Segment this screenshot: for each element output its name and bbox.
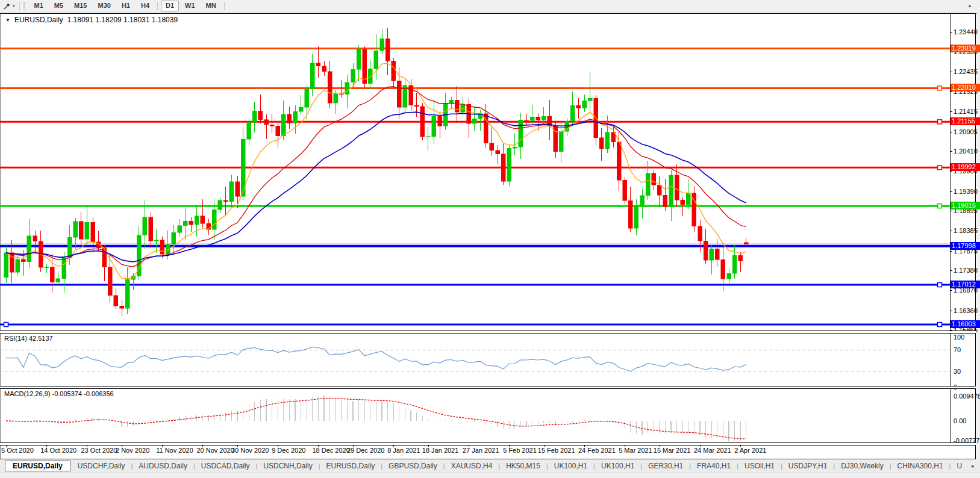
- hline-price-label: 1.22010: [950, 84, 980, 92]
- date-axis-label: 5 Oct 2020: [1, 447, 34, 454]
- price-axis-tickmark: [950, 32, 952, 33]
- macd-label: MACD(12,26,9) -0.005374 -0.006356: [4, 390, 114, 397]
- price-axis-tick-label: 1.20905: [953, 128, 978, 135]
- tab-scroll-right-icon[interactable]: ►: [978, 464, 980, 469]
- chart-title-ohlc: 1.18091 1.18209 1.18031 1.18039: [67, 16, 178, 24]
- cursor-tool-icon[interactable]: [3, 2, 11, 10]
- chart-tab-ger30-h1[interactable]: GER30,H1: [643, 461, 688, 471]
- date-axis-label: 8 Jan 2021: [387, 447, 420, 454]
- tab-separator: |: [381, 462, 382, 470]
- chart-title-symbol: EURUSD,Daily: [14, 16, 63, 24]
- chart-tab-eurusd-daily[interactable]: EURUSD,Daily: [5, 461, 70, 471]
- hline-price-label: 1.16003: [950, 320, 980, 328]
- panel-separator[interactable]: [0, 331, 976, 334]
- toolbar-separator: [19, 2, 20, 10]
- price-axis-tickmark: [950, 311, 952, 311]
- date-axis-label: 18 Jan 2021: [422, 447, 459, 454]
- date-axis-label: 24 Feb 2021: [578, 447, 616, 454]
- chart-menu-icon[interactable]: ▼: [5, 17, 10, 23]
- timeframe-button-d1[interactable]: D1: [161, 1, 179, 11]
- toolbar-overflow-icon[interactable]: ▲: [967, 3, 972, 8]
- chart-tab-usdjpy-h1[interactable]: USDJPY,H1: [784, 461, 832, 471]
- date-axis-label: 2 Nov 2020: [116, 447, 149, 454]
- price-axis-tickmark: [950, 132, 952, 132]
- date-axis-label: 27 Jan 2021: [463, 447, 499, 454]
- chart-tab-usdcad-daily[interactable]: USDCAD,Daily: [196, 461, 255, 471]
- price-axis-tickmark: [950, 171, 952, 172]
- chart-border-bottom: [0, 459, 976, 459]
- chart-tab-china300-h1[interactable]: CHINA300,H1: [893, 461, 948, 471]
- tab-separator: |: [949, 462, 951, 470]
- panel-separator: [0, 442, 976, 445]
- tab-separator: |: [833, 462, 835, 470]
- price-axis-line: [950, 13, 950, 445]
- price-axis-tick-label: 1.23440: [953, 28, 978, 36]
- timeframe-button-m15[interactable]: M15: [69, 1, 92, 11]
- timeframe-toolbar: ▾ M1M5M15M30H1H4D1W1MN ▲: [0, 0, 980, 13]
- date-axis-label: 18 Dec 2020: [312, 447, 349, 454]
- tab-separator: |: [593, 462, 595, 470]
- chart-tab-usoil-h1[interactable]: USOil,H1: [740, 461, 779, 471]
- timeframe-button-h4[interactable]: H4: [136, 1, 154, 11]
- timeframe-button-mn[interactable]: MN: [201, 1, 221, 11]
- rsi-label: RSI(14) 42.5137: [4, 335, 53, 342]
- cursor-tool-dropdown-icon[interactable]: ▾: [13, 4, 15, 8]
- tab-separator: |: [781, 462, 782, 470]
- timeframe-button-h1[interactable]: H1: [117, 1, 135, 11]
- chart-tab-hk50-m15[interactable]: HK50,M15: [501, 461, 545, 471]
- hline-price-label: 1.21155: [950, 117, 980, 125]
- chart-tab-uk100-h1[interactable]: UK100,H1: [596, 461, 639, 471]
- chart-tab-xauusd-h4[interactable]: XAUUSD,H4: [446, 461, 498, 471]
- hline-price-label: 1.17012: [950, 281, 980, 288]
- tab-separator: |: [546, 462, 548, 470]
- main-chart-canvas[interactable]: [0, 13, 950, 331]
- chart-tab-eurusd-daily[interactable]: EURUSD,Daily: [322, 461, 380, 471]
- tab-separator: |: [131, 462, 133, 470]
- date-axis-label: 30 Nov 2020: [231, 447, 269, 454]
- rsi-axis-label: 30: [953, 368, 961, 375]
- tab-separator: |: [319, 462, 320, 470]
- price-axis-tickmark: [950, 151, 952, 152]
- chart-tab-uk100-h1[interactable]: UK100,H1: [549, 461, 592, 471]
- date-axis-label: 9 Dec 2020: [272, 447, 305, 454]
- tab-separator: |: [193, 462, 195, 470]
- date-axis-label: 2 Apr 2021: [734, 447, 766, 454]
- timeframe-button-m1[interactable]: M1: [30, 1, 48, 11]
- price-axis-tick-label: 1.19390: [953, 188, 978, 195]
- rsi-panel-canvas[interactable]: [0, 333, 950, 386]
- chart-tab-gbpusd-daily[interactable]: GBPUSD,Daily: [384, 461, 442, 471]
- price-axis-tick-label: 1.20410: [953, 147, 978, 155]
- price-axis-tick-label: 1.21415: [953, 108, 978, 115]
- status-bar: [0, 472, 980, 478]
- chart-tab-u[interactable]: U: [952, 461, 967, 471]
- tab-separator: |: [443, 462, 445, 470]
- chart-tab-dj30-weekly[interactable]: DJ30,Weekly: [836, 461, 888, 471]
- hline-price-label: 1.23019: [950, 45, 980, 52]
- tab-separator: |: [640, 462, 642, 470]
- panel-separator[interactable]: [0, 386, 976, 389]
- timeframe-button-m30[interactable]: M30: [93, 1, 115, 11]
- date-axis-label: 14 Oct 2020: [40, 447, 76, 454]
- date-axis-label: 23 Oct 2020: [81, 447, 117, 454]
- price-axis-tickmark: [950, 111, 952, 112]
- price-axis-tickmark: [950, 72, 952, 72]
- timeframe-button-m5[interactable]: M5: [49, 1, 68, 11]
- tab-separator: |: [890, 462, 891, 470]
- date-axis-label: 11 Nov 2020: [156, 447, 193, 454]
- date-axis-label: 5 Feb 2021: [503, 447, 537, 454]
- chart-tab-usdcnh-daily[interactable]: USDCNH,Daily: [258, 461, 317, 471]
- hline-price-label: 1.17998: [950, 242, 980, 250]
- timeframe-button-w1[interactable]: W1: [180, 1, 200, 11]
- chart-tab-audusd-daily[interactable]: AUDUSD,Daily: [134, 461, 192, 471]
- price-axis-tickmark: [950, 231, 952, 231]
- price-axis-tick-label: 1.17380: [953, 267, 978, 274]
- chart-tab-usdchf-daily[interactable]: USDCHF,Daily: [73, 461, 130, 471]
- chart-tab-fra40-h1[interactable]: FRA40,H1: [692, 461, 735, 471]
- tab-scroll-left-icon[interactable]: ◄: [967, 464, 978, 469]
- macd-panel-canvas[interactable]: [0, 388, 950, 442]
- tab-separator: |: [255, 462, 257, 470]
- tab-separator: |: [737, 462, 738, 470]
- toolbar-grip[interactable]: [23, 2, 26, 10]
- price-axis-tick-label: 1.22435: [953, 68, 978, 75]
- date-axis-label: 5 Mar 2021: [619, 447, 652, 454]
